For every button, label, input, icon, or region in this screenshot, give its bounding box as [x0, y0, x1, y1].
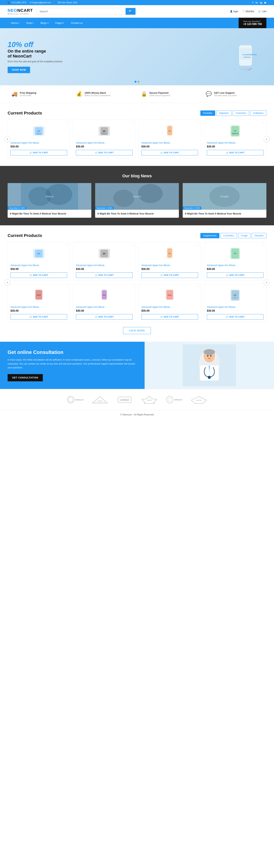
add-to-cart-btn-2-1[interactable]: 🛒 ADD TO CART [10, 272, 67, 278]
nav-contact[interactable]: Contact us [67, 19, 86, 27]
features-bar: 🚚 Free Shipping On All Order 💰 100% Mone… [0, 85, 274, 103]
wishlist-btn[interactable]: ♡ Wishlist [242, 10, 254, 13]
add-to-cart-btn-2-2[interactable]: 🛒 ADD TO CART [76, 272, 133, 278]
product-price-2-3: $30.00 [141, 268, 198, 271]
product-image-2-5: SUPP [31, 288, 46, 303]
svg-text:DIET: DIET [234, 294, 237, 296]
wishlist-icon-1-2[interactable]: ♡ [131, 121, 134, 124]
nav-blogs[interactable]: Blogs [37, 19, 52, 27]
brand-svg-1: GetEasyCar [67, 396, 84, 404]
svg-point-30 [138, 184, 163, 203]
product-image-2-7: BCAA [162, 288, 177, 303]
social-instagram[interactable]: ig [260, 1, 262, 4]
carousel-right-btn-1[interactable]: › [264, 136, 269, 142]
wishlist-icon-2-4[interactable]: ♡ [262, 244, 265, 247]
search-bar[interactable]: 🔍 [37, 8, 136, 15]
product-price-2-2: $30.00 [76, 268, 133, 271]
add-to-cart-btn-1-2[interactable]: 🛒 ADD TO CART [76, 150, 133, 155]
tab-supplements[interactable]: Supplements [200, 233, 219, 238]
tab-painkiller[interactable]: Painkiller [200, 111, 215, 116]
product-name-2-1: Advanced Upper Arm Blood... [10, 264, 67, 267]
wishlist-icon-2-8[interactable]: ♡ [262, 285, 265, 288]
nav-pages[interactable]: Pages [52, 19, 68, 27]
main-nav: Home Shop Blogs Pages Contact us Have an… [0, 18, 274, 28]
doctor-illustration [183, 344, 236, 386]
product-card-2-1: ♡ BP Advanced Upper Arm Blood... $30.00 … [8, 242, 70, 281]
carousel-left-btn-1[interactable]: ‹ [5, 136, 10, 142]
product-name-2-4: Advanced Upper Arm Blood... [207, 264, 264, 267]
add-to-cart-btn-2-8[interactable]: 🛒 ADD TO CART [207, 314, 264, 320]
footer-copyright: © Neoncart - All Rights Reserved [120, 413, 154, 416]
svg-text:BCAA: BCAA [168, 294, 172, 296]
svg-point-8 [247, 70, 248, 71]
products-row-1-wrapper: ‹ ♡ BP Monitor Advanced Upper Arm Blood.… [8, 120, 266, 158]
wishlist-icon-1-1[interactable]: ♡ [66, 121, 68, 124]
cart-btn[interactable]: 🛒 cart [258, 10, 266, 13]
consultation-cta-button[interactable]: GET CONSULTATION [8, 374, 43, 381]
social-linkedin[interactable]: in [255, 1, 258, 4]
svg-text:OIL: OIL [168, 253, 171, 254]
tab-cosmetics-2[interactable]: Cosmetics [220, 233, 237, 238]
logo[interactable]: NEONCART MEDICAL STORE [8, 8, 33, 15]
products-section-2-header: Current Products Supplements Cosmetics C… [8, 233, 266, 238]
wishlist-icon-2-2[interactable]: ♡ [131, 244, 134, 247]
wishlist-icon-1-3[interactable]: ♡ [197, 121, 199, 124]
search-button[interactable]: 🔍 [126, 8, 135, 15]
search-input[interactable] [37, 8, 126, 15]
social-facebook[interactable]: f [252, 1, 253, 4]
hero-cta-button[interactable]: SHOP NOW [8, 67, 30, 73]
login-link[interactable]: 👤 login [230, 10, 238, 13]
svg-point-65 [208, 376, 211, 379]
nav-shop[interactable]: Shop [23, 19, 37, 27]
carousel-left-btn-2[interactable]: ‹ [5, 279, 10, 285]
tab-vaccines[interactable]: Vaccines [251, 233, 266, 238]
blog-card-1: Medical December 8, 2020 It Might Be Tim… [8, 183, 91, 218]
add-to-cart-btn-2-5[interactable]: 🛒 ADD TO CART [10, 314, 67, 320]
wishlist-icon-1-4[interactable]: ♡ [262, 121, 265, 124]
product-price-1-1: $30.00 [10, 145, 67, 148]
tab-antibiotics[interactable]: Antibiotics [250, 111, 266, 116]
blog-date-1: December 8, 2020 [8, 207, 26, 210]
wishlist-icon-2-6[interactable]: ♡ [131, 285, 134, 288]
tab-cough[interactable]: Cough [238, 233, 250, 238]
carousel-right-btn-2[interactable]: › [264, 279, 269, 285]
svg-point-29 [113, 190, 134, 207]
add-to-cart-btn-2-3[interactable]: 🛒 ADD TO CART [141, 272, 198, 278]
svg-point-69 [69, 397, 73, 402]
product-price-2-7: $30.00 [141, 309, 198, 312]
svg-text:ba: ba [234, 252, 236, 254]
product-card-1-4: ♡ ba Supplement Advanced Upper Arm Blood… [204, 120, 266, 158]
nav-home[interactable]: Home [8, 19, 23, 27]
hero-subtitle: Don't miss the sale and grab all the ava… [8, 60, 225, 63]
support-icon: 💬 [206, 91, 212, 97]
wishlist-icon-2-3[interactable]: ♡ [197, 244, 199, 247]
view-more-button[interactable]: VIEW MORE [123, 327, 151, 334]
add-to-cart-btn-2-4[interactable]: 🛒 ADD TO CART [207, 272, 264, 278]
product-card-2-2: ♡ BP Advanced Upper Arm Blood... $30.00 … [73, 242, 135, 281]
view-more-wrapper: VIEW MORE [8, 327, 266, 334]
add-to-cart-btn-1-1[interactable]: 🛒 ADD TO CART [10, 150, 67, 155]
svg-text:Supplement: Supplement [232, 133, 239, 134]
product-name-2-6: Advanced Upper Arm Blood... [76, 306, 133, 308]
product-name-1-2: Advanced Upper Arm Blood... [76, 142, 133, 144]
wishlist-icon-2-7[interactable]: ♡ [197, 285, 199, 288]
add-to-cart-btn-1-4[interactable]: 🛒 ADD TO CART [207, 150, 264, 155]
feature-support: 💬 24/7 Live Support Get help when you ne… [202, 91, 266, 97]
hero-dot-1[interactable] [135, 81, 136, 83]
social-play[interactable]: ▶ [265, 1, 266, 4]
wishlist-icon-2-5[interactable]: ♡ [66, 285, 68, 288]
add-to-cart-btn-1-3[interactable]: 🛒 ADD TO CART [141, 150, 198, 155]
tab-cosmetics[interactable]: Cosmetics [233, 111, 249, 116]
hero-dot-2[interactable] [138, 81, 139, 83]
product-image-1-1: BP Monitor [31, 123, 46, 139]
svg-text:BRAND: BRAND [147, 400, 152, 401]
tab-digestion[interactable]: Digestion [216, 111, 232, 116]
wishlist-icon-2-1[interactable]: ♡ [66, 244, 68, 247]
product-img-1-3: OIL [141, 122, 198, 140]
feature-support-sub: Get help when you need [214, 94, 237, 97]
add-to-cart-btn-2-6[interactable]: 🛒 ADD TO CART [76, 314, 133, 320]
add-to-cart-btn-2-7[interactable]: 🛒 ADD TO CART [141, 314, 198, 320]
brand-logo-1: GetEasyCar [66, 395, 85, 404]
medicine-bottle-icon: FLAVUS BOTTLE CAPSULE [233, 41, 258, 72]
brand-logo-6: BRAND [189, 395, 208, 404]
